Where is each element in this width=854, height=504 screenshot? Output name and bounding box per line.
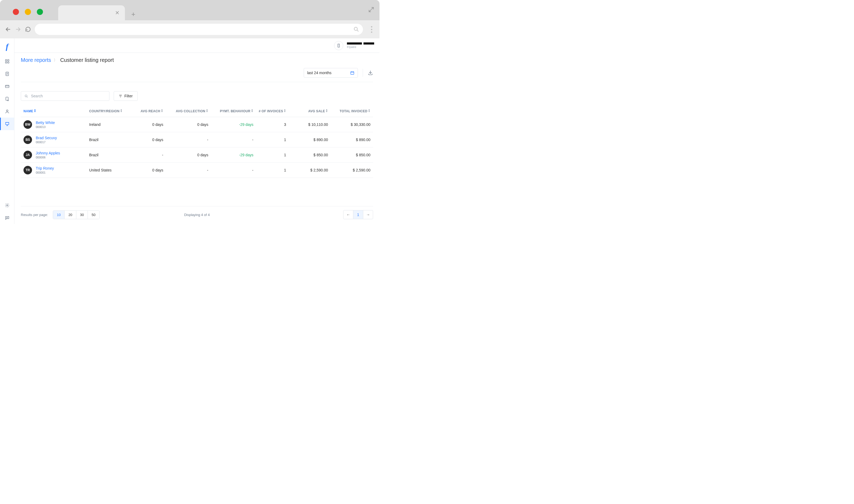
cell-avg-sale: $ 2,590.00 <box>289 163 331 178</box>
cell-country: Ireland <box>86 117 134 132</box>
cell-avg-reach: 0 days <box>134 117 166 132</box>
breadcrumb-parent[interactable]: More reports <box>21 57 51 63</box>
date-range-picker[interactable]: last 24 months <box>304 68 358 77</box>
app-logo[interactable]: f <box>6 42 8 51</box>
gear-icon <box>5 203 10 208</box>
grid-icon <box>5 59 10 64</box>
table-row[interactable]: BW Betty White 000013 Ireland 0 days 0 d… <box>21 117 373 132</box>
search-icon <box>24 94 28 98</box>
cell-avg-collection: 0 days <box>166 117 211 132</box>
page-title: Customer listing report <box>60 57 114 63</box>
cell-num-invoices: 1 <box>256 132 289 147</box>
rpp-option[interactable]: 50 <box>88 211 99 219</box>
svg-rect-9 <box>5 122 9 125</box>
table-row[interactable]: TR Trip Roney 000001 United States 0 day… <box>21 163 373 178</box>
sidebar-item-settings[interactable] <box>0 199 14 212</box>
search-input-wrapper <box>21 91 109 101</box>
minimize-window-button[interactable] <box>25 9 31 15</box>
cell-avg-collection: - <box>166 163 211 178</box>
table-row[interactable]: BS Brad Secuvy 000017 Brazil 0 days - - … <box>21 132 373 147</box>
svg-rect-3 <box>5 61 7 63</box>
expand-icon[interactable] <box>368 7 374 13</box>
cell-total-invoiced: $ 30,330.00 <box>331 117 373 132</box>
svg-rect-2 <box>7 59 9 61</box>
svg-rect-1 <box>5 59 7 61</box>
download-icon <box>368 70 373 75</box>
cell-avg-sale: $ 850.00 <box>289 147 331 163</box>
table-row[interactable]: JA Johnny Apples 000006 Brazil - 0 days … <box>21 147 373 163</box>
cell-avg-reach: 0 days <box>134 163 166 178</box>
svg-rect-11 <box>338 44 340 47</box>
cell-pymt-behaviour: -29 days <box>211 117 256 132</box>
org-label: Flywire <box>347 45 374 49</box>
reload-button[interactable] <box>25 26 31 32</box>
column-header-num-invoices[interactable]: # OF INVOICES▲▼ <box>256 105 289 117</box>
column-header-total-invoiced[interactable]: TOTAL INVOICED▲▼ <box>331 105 373 117</box>
forward-button[interactable] <box>15 26 21 33</box>
sidebar-item-reports[interactable] <box>0 118 14 130</box>
table: NAME▲▼ COUNTRY/REGION▲▼ AVG REACH▲▼ AVG … <box>21 105 373 206</box>
next-page-button[interactable]: → <box>363 210 373 219</box>
new-tab-button[interactable]: + <box>131 10 135 18</box>
cell-avg-reach: - <box>134 147 166 163</box>
avatar: JA <box>23 151 32 159</box>
cell-country: Brazil <box>86 147 134 163</box>
maximize-window-button[interactable] <box>37 9 43 15</box>
svg-rect-6 <box>5 85 9 88</box>
document-icon <box>5 71 10 76</box>
rpp-option[interactable]: 10 <box>53 211 65 219</box>
filter-button[interactable]: Filter <box>114 91 138 101</box>
org-selector[interactable]: Flywire <box>347 42 374 49</box>
rpp-option[interactable]: 30 <box>76 211 88 219</box>
cell-num-invoices: 1 <box>256 163 289 178</box>
search-icon <box>353 26 359 32</box>
column-header-avg-reach[interactable]: AVG REACH▲▼ <box>134 105 166 117</box>
column-header-country[interactable]: COUNTRY/REGION▲▼ <box>86 105 134 117</box>
cell-avg-collection: - <box>166 132 211 147</box>
rpp-option[interactable]: 20 <box>65 211 76 219</box>
browser-tab[interactable]: ✕ <box>58 5 125 20</box>
sidebar-item-payments[interactable] <box>0 80 14 92</box>
sidebar-item-chat[interactable] <box>0 212 14 224</box>
org-avatar[interactable] <box>334 41 343 50</box>
customer-name[interactable]: Betty White <box>36 121 55 125</box>
back-button[interactable] <box>5 26 11 33</box>
customer-name[interactable]: Trip Roney <box>36 166 54 170</box>
column-header-avg-sale[interactable]: AVG SALE▲▼ <box>289 105 331 117</box>
cell-country: United States <box>86 163 134 178</box>
topbar: Flywire <box>14 38 380 53</box>
customer-id: 000006 <box>36 156 60 159</box>
displaying-label: Displaying 4 of 4 <box>184 213 210 217</box>
download-button[interactable] <box>368 70 373 75</box>
customer-name[interactable]: Johnny Apples <box>36 151 60 155</box>
url-bar[interactable] <box>35 24 363 35</box>
sidebar: f <box>0 38 14 224</box>
svg-rect-4 <box>7 61 9 63</box>
customer-name[interactable]: Brad Secuvy <box>36 136 57 140</box>
cell-country: Brazil <box>86 132 134 147</box>
column-header-name[interactable]: NAME▲▼ <box>21 105 86 117</box>
results-per-page-label: Results per page: <box>21 213 48 217</box>
column-header-pymt-behaviour[interactable]: PYMT. BEHAVIOUR▲▼ <box>211 105 256 117</box>
window-controls <box>0 0 43 15</box>
sidebar-item-dashboard[interactable] <box>0 55 14 68</box>
browser-menu-button[interactable] <box>368 26 375 33</box>
sidebar-item-invoices[interactable] <box>0 68 14 80</box>
pagination: ← 1 → <box>343 210 373 219</box>
person-icon <box>5 109 10 114</box>
cell-avg-collection: 0 days <box>166 147 211 163</box>
close-window-button[interactable] <box>13 9 19 15</box>
date-range-label: last 24 months <box>307 71 331 75</box>
search-input[interactable] <box>31 94 106 98</box>
sidebar-item-customers[interactable] <box>0 105 14 118</box>
prev-page-button[interactable]: ← <box>343 210 353 219</box>
cell-pymt-behaviour: -29 days <box>211 147 256 163</box>
close-tab-icon[interactable]: ✕ <box>115 10 120 16</box>
cell-total-invoiced: $ 2,590.00 <box>331 163 373 178</box>
browser-tab-bar: ✕ + <box>0 0 380 20</box>
column-header-avg-collection[interactable]: AVG COLLECTION▲▼ <box>166 105 211 117</box>
cell-num-invoices: 1 <box>256 147 289 163</box>
customer-id: 000017 <box>36 141 57 144</box>
sidebar-item-transfers[interactable] <box>0 92 14 105</box>
current-page-button[interactable]: 1 <box>353 210 363 219</box>
